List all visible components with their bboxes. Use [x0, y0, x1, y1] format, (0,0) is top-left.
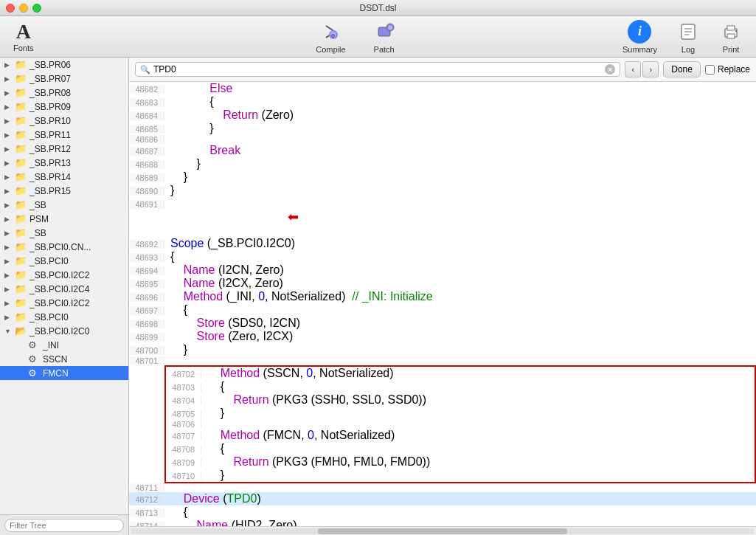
- horizontal-scrollbar[interactable]: [129, 526, 756, 535]
- sidebar-item-ini[interactable]: ▶ ⚙ _INI: [0, 338, 128, 352]
- filter-input[interactable]: [4, 519, 124, 532]
- sidebar-item-sb-pr11[interactable]: ▶ 📁 _SB.PR11: [0, 128, 128, 142]
- line-number: 48709: [166, 458, 201, 467]
- sidebar-item-psm[interactable]: ▶ 📁 PSM: [0, 212, 128, 226]
- svg-text:⚙: ⚙: [331, 32, 335, 39]
- sidebar-item-sb-pci0[interactable]: ▶ 📁 _SB.PCI0: [0, 254, 128, 268]
- sidebar-item-sb-pr06[interactable]: ▶ 📁 _SB.PR06: [0, 58, 128, 72]
- code-line-48701: 48701: [129, 356, 756, 365]
- code-line-48696: 48696 Method (_INI, 0, NotSerialized) //…: [129, 290, 756, 303]
- search-prev-button[interactable]: ‹: [625, 61, 641, 77]
- line-number: 48702: [166, 370, 201, 379]
- expand-arrow: ▶: [4, 89, 12, 97]
- sidebar-item-label: _INI: [43, 340, 59, 351]
- search-icon: 🔍: [140, 65, 150, 75]
- folder-icon: 📁: [15, 59, 27, 70]
- search-input[interactable]: [153, 64, 602, 75]
- line-number: 48694: [129, 266, 164, 275]
- sidebar-item-label: _SB.PR07: [30, 74, 71, 84]
- folder-icon: 📁: [15, 101, 27, 112]
- line-content: {: [201, 442, 755, 455]
- line-number: 48682: [129, 85, 164, 94]
- sidebar-item-label: _SB.PCI0.I2C0: [30, 326, 89, 336]
- print-label: Print: [723, 45, 740, 54]
- scrollbar-thumb[interactable]: [318, 528, 567, 534]
- line-content: }: [164, 184, 756, 197]
- folder-icon: 📁: [15, 241, 27, 252]
- sidebar-item-sb-pci0-cn[interactable]: ▶ 📁 _SB.PCI0.CN...: [0, 240, 128, 254]
- code-line-48683: 48683 {: [129, 95, 756, 108]
- line-number: 48707: [166, 432, 201, 441]
- sidebar-item-label: FMCN: [43, 368, 69, 379]
- code-line-48710: 48710 }: [166, 469, 755, 482]
- patch-label: Patch: [374, 45, 395, 54]
- code-line-48709: 48709 Return (PKG3 (FMH0, FML0, FMD0)): [166, 455, 755, 469]
- log-icon: [676, 20, 700, 44]
- sidebar-item-sb-pci0-i2c4[interactable]: ▶ 📁 _SB.PCI0.I2C4: [0, 282, 128, 296]
- search-navigation: ‹ ›: [625, 61, 659, 77]
- code-line-48714: 48714 Name (HID2, Zero): [129, 519, 756, 526]
- patch-button[interactable]: ⚙ Patch: [367, 17, 402, 57]
- patch-icon: ⚙: [372, 20, 396, 44]
- sidebar-item-sb-pci0-i2c2b[interactable]: ▶ 📁 _SB.PCI0.I2C2: [0, 296, 128, 310]
- close-button[interactable]: [6, 4, 15, 13]
- line-number: 48708: [166, 445, 201, 454]
- sidebar-item-sb-pr08[interactable]: ▶ 📁 _SB.PR08: [0, 86, 128, 100]
- sidebar-item-sb-pci0-i2c0[interactable]: ▼ 📂 _SB.PCI0.I2C0: [0, 324, 128, 338]
- sidebar-item-sb-pr07[interactable]: ▶ 📁 _SB.PR07: [0, 72, 128, 86]
- line-number: 48684: [129, 111, 164, 120]
- sidebar-item-sb-pci0-i2c2[interactable]: ▶ 📁 _SB.PCI0.I2C2: [0, 268, 128, 282]
- search-done-button[interactable]: Done: [663, 61, 701, 77]
- code-line-48703: 48703 {: [166, 380, 755, 393]
- log-button[interactable]: Log: [670, 17, 706, 57]
- expand-arrow: ▶: [4, 286, 12, 293]
- line-number: 48700: [129, 346, 164, 355]
- search-next-button[interactable]: ›: [642, 61, 659, 77]
- toolbar-left: A Fonts: [7, 18, 96, 55]
- replace-checkbox[interactable]: [705, 65, 715, 75]
- expand-arrow: ▶: [4, 117, 12, 125]
- file-icon: ⚙: [28, 339, 37, 351]
- code-line-48694: 48694 Name (I2CN, Zero): [129, 263, 756, 277]
- summary-button[interactable]: i Summary: [617, 17, 663, 57]
- minimize-button[interactable]: [19, 4, 28, 13]
- window-title: DSDT.dsl: [359, 3, 396, 13]
- fonts-button[interactable]: A Fonts: [7, 18, 40, 55]
- line-number: 48687: [129, 147, 164, 156]
- line-content: Method (_INI, 0, NotSerialized) // _INI:…: [164, 290, 756, 303]
- line-number: 48714: [129, 522, 164, 526]
- replace-option: Replace: [705, 64, 750, 75]
- sidebar-item-sb-pr14[interactable]: ▶ 📁 _SB.PR14: [0, 170, 128, 184]
- line-number: 48686: [129, 135, 164, 144]
- sidebar-item-sb-pr12[interactable]: ▶ 📁 _SB.PR12: [0, 142, 128, 156]
- folder-icon: 📁: [15, 115, 27, 126]
- sidebar-item-sb2[interactable]: ▶ 📁 _SB: [0, 226, 128, 240]
- sidebar-item-sb-pr09[interactable]: ▶ 📁 _SB.PR09: [0, 100, 128, 114]
- sidebar-item-sscn[interactable]: ▶ ⚙ SSCN: [0, 352, 128, 366]
- svg-rect-15: [735, 30, 737, 32]
- maximize-button[interactable]: [32, 4, 41, 13]
- sidebar-item-sb-pr13[interactable]: ▶ 📁 _SB.PR13: [0, 156, 128, 170]
- sidebar-item-label: _SB.PR14: [30, 172, 71, 182]
- print-button[interactable]: Print: [713, 17, 749, 57]
- line-content: ⬅: [164, 197, 756, 237]
- sidebar-item-sb-pci0b[interactable]: ▶ 📁 _SB.PCI0: [0, 310, 128, 324]
- code-line-48691: 48691 ⬅: [129, 197, 756, 237]
- line-content: }: [201, 469, 755, 482]
- compile-button[interactable]: ⚙ Compile: [310, 17, 351, 57]
- search-bar: 🔍 ✕ ‹ › Done Replace: [129, 58, 756, 82]
- sidebar-item-sb-pr10[interactable]: ▶ 📁 _SB.PR10: [0, 114, 128, 128]
- code-line-48684: 48684 Return (Zero): [129, 108, 756, 122]
- line-content: {: [164, 250, 756, 263]
- sidebar-item-fmcn[interactable]: ▶ ⚙ FMCN: [0, 366, 128, 380]
- code-scroll[interactable]: 48682 Else 48683 { 48684 Return (Zero) 4…: [129, 82, 756, 526]
- code-line-48689: 48689 }: [129, 170, 756, 184]
- line-content: Return (PKG3 (SSH0, SSL0, SSD0)): [201, 393, 755, 407]
- toolbar: A Fonts ⚙ Compile ⚙: [0, 16, 756, 58]
- folder-icon: 📁: [15, 269, 27, 280]
- search-clear-button[interactable]: ✕: [605, 64, 615, 75]
- sidebar-item-sb-pr15[interactable]: ▶ 📁 _SB.PR15: [0, 184, 128, 198]
- sidebar-item-sb[interactable]: ▶ 📁 _SB: [0, 198, 128, 212]
- line-number: 48706: [166, 420, 201, 429]
- folder-open-icon: 📂: [15, 325, 27, 336]
